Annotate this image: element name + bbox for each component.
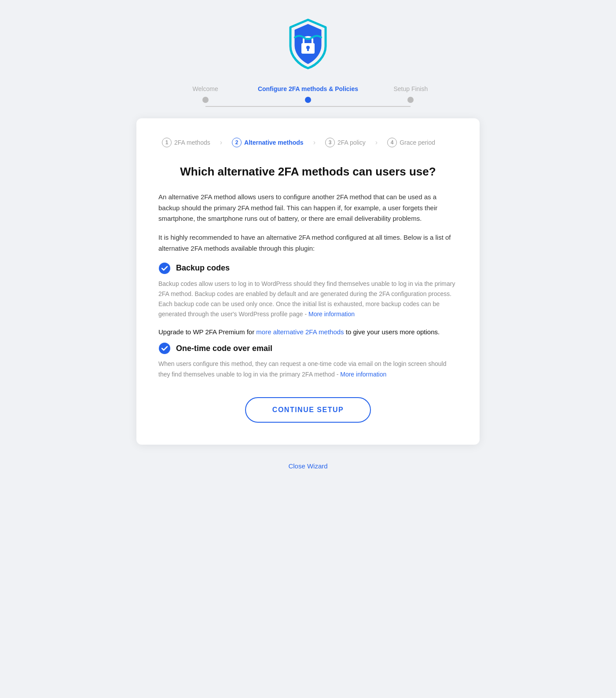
step-configure-dot [305, 97, 311, 103]
method-backup-codes-header: Backup codes [158, 262, 458, 274]
backup-codes-description: Backup codes allow users to log in to Wo… [158, 279, 458, 319]
tab-alt-methods-label: Alternative methods [244, 139, 304, 146]
email-code-label: One-time code over email [176, 344, 272, 353]
email-code-dash: - [337, 371, 341, 378]
svg-point-4 [159, 343, 170, 354]
upgrade-link[interactable]: more alternative 2FA methods [256, 328, 344, 336]
step-welcome-label: Welcome [193, 85, 218, 92]
svg-point-3 [159, 263, 170, 274]
tab-2fa-methods-num: 1 [162, 138, 172, 147]
upgrade-prefix: Upgrade to WP 2FA Premium for [158, 328, 256, 336]
tab-2fa-policy-label: 2FA policy [337, 139, 366, 146]
continue-setup-button[interactable]: CONTINUE SETUP [245, 397, 371, 423]
progress-steps: Welcome Configure 2FA methods & Policies… [154, 85, 462, 103]
step-configure: Configure 2FA methods & Policies [257, 85, 359, 103]
sub-tabs: 1 2FA methods › 2 Alternative methods › … [158, 136, 458, 149]
upgrade-suffix: to give your users more options. [344, 328, 440, 336]
backup-codes-check-icon [158, 262, 171, 274]
tab-separator-3: › [375, 139, 378, 146]
step-welcome-dot [202, 97, 209, 103]
tab-2fa-methods[interactable]: 1 2FA methods [158, 136, 214, 149]
method-email-code-header: One-time code over email [158, 342, 458, 354]
tab-separator-1: › [220, 139, 222, 146]
tab-2fa-methods-label: 2FA methods [174, 139, 210, 146]
email-code-more-link[interactable]: More information [340, 371, 386, 378]
upgrade-notice: Upgrade to WP 2FA Premium for more alter… [158, 327, 458, 337]
email-code-desc-text: When users configure this method, they c… [158, 360, 446, 377]
email-code-check-icon [158, 342, 171, 354]
tab-alt-methods[interactable]: 2 Alternative methods [228, 136, 307, 149]
step-finish-label: Setup Finish [393, 85, 428, 92]
step-welcome: Welcome [154, 85, 257, 103]
tab-grace-period-num: 4 [387, 138, 397, 147]
step-configure-label: Configure 2FA methods & Policies [258, 85, 358, 92]
svg-rect-2 [307, 48, 309, 51]
backup-codes-more-link[interactable]: More information [308, 311, 355, 318]
backup-codes-label: Backup codes [176, 263, 230, 273]
card-title: Which alternative 2FA methods can users … [158, 164, 458, 179]
tab-grace-period-label: Grace period [400, 139, 435, 146]
intro-paragraph-1: An alternative 2FA method allows users t… [158, 192, 458, 224]
step-finish: Setup Finish [359, 85, 462, 103]
main-card: 1 2FA methods › 2 Alternative methods › … [136, 118, 480, 445]
email-code-description: When users configure this method, they c… [158, 359, 458, 379]
backup-codes-dash: - [304, 311, 308, 318]
logo [284, 18, 332, 72]
intro-paragraph-2: It is highly recommended to have an alte… [158, 232, 458, 254]
tab-grace-period[interactable]: 4 Grace period [384, 136, 439, 149]
tab-2fa-policy[interactable]: 3 2FA policy [322, 136, 369, 149]
tab-2fa-policy-num: 3 [325, 138, 335, 147]
tab-separator-2: › [313, 139, 315, 146]
close-wizard-link[interactable]: Close Wizard [288, 462, 327, 470]
step-finish-dot [407, 97, 414, 103]
tab-alt-methods-num: 2 [232, 138, 242, 147]
